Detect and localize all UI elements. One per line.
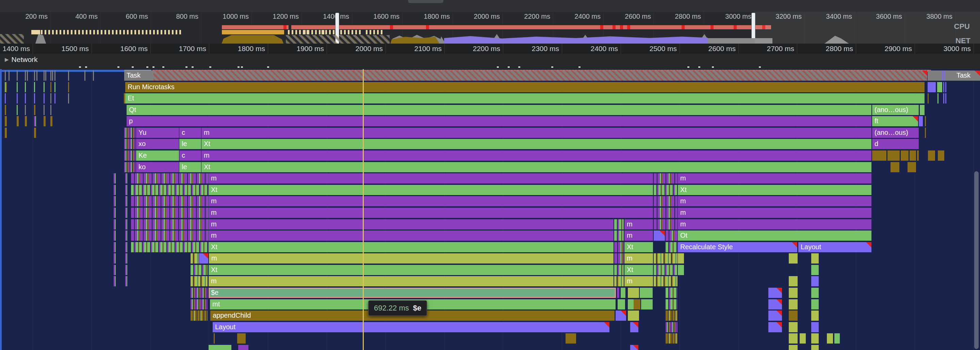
- flame-segment[interactable]: [628, 310, 639, 321]
- flame-event-ke[interactable]: Ke: [136, 150, 179, 161]
- flame-segment[interactable]: [811, 310, 819, 321]
- flame-sliver[interactable]: [50, 116, 52, 126]
- flame-segment[interactable]: [925, 116, 926, 126]
- flame-segment[interactable]: [654, 253, 678, 264]
- flame-event-xt[interactable]: Xt: [202, 162, 872, 172]
- flame-segment[interactable]: [907, 162, 916, 172]
- flame-segment[interactable]: [131, 185, 208, 195]
- flame-sliver[interactable]: [17, 93, 18, 104]
- flame-event-m[interactable]: m: [678, 219, 872, 230]
- flame-segment[interactable]: [614, 242, 624, 252]
- flame-event-m[interactable]: m: [209, 253, 614, 264]
- flame-event-m[interactable]: m: [624, 276, 653, 286]
- flame-segment[interactable]: [768, 299, 782, 310]
- flame-segment[interactable]: [640, 288, 653, 298]
- flame-sliver[interactable]: [84, 70, 86, 81]
- network-request-blue[interactable]: [0, 70, 124, 72]
- flame-sliver[interactable]: [34, 70, 35, 81]
- flame-segment[interactable]: [945, 82, 946, 92]
- flame-event-ano-ous[interactable]: (ano…ous): [872, 128, 919, 138]
- flame-segment[interactable]: [654, 276, 678, 286]
- flame-segment[interactable]: [942, 70, 943, 81]
- flame-event-xt[interactable]: Xt: [202, 139, 872, 149]
- flame-sliver[interactable]: [34, 82, 35, 92]
- flame-sliver[interactable]: [125, 196, 127, 206]
- flame-segment[interactable]: [617, 299, 625, 310]
- flame-segment[interactable]: [191, 310, 208, 321]
- flame-event-le[interactable]: le: [179, 139, 201, 149]
- flame-sliver[interactable]: [125, 276, 127, 286]
- flame-sliver[interactable]: [125, 242, 127, 252]
- flame-sliver[interactable]: [8, 70, 10, 81]
- flame-segment[interactable]: [678, 265, 684, 275]
- flame-sliver[interactable]: [125, 219, 127, 230]
- flame-segment[interactable]: [654, 173, 678, 184]
- flame-sliver[interactable]: [114, 230, 116, 241]
- flame-segment[interactable]: [800, 333, 806, 344]
- flame-sliver[interactable]: [27, 70, 28, 81]
- flame-segment[interactable]: [238, 345, 248, 350]
- flame-sliver[interactable]: [17, 116, 19, 126]
- flame-sliver[interactable]: [5, 93, 6, 104]
- flame-event-xt[interactable]: Xt: [208, 185, 653, 195]
- flame-sliver[interactable]: [54, 93, 56, 104]
- flame-event-yu[interactable]: Yu: [136, 128, 179, 138]
- flame-segment[interactable]: [666, 230, 678, 241]
- flame-event-p[interactable]: p: [127, 116, 872, 126]
- flame-segment[interactable]: [928, 150, 935, 161]
- flame-sliver[interactable]: [93, 70, 94, 81]
- flame-sliver[interactable]: [52, 70, 53, 81]
- flame-sliver[interactable]: [125, 208, 127, 218]
- flame-segment[interactable]: [789, 299, 798, 310]
- flame-event-m[interactable]: m: [208, 230, 614, 241]
- flame-segment[interactable]: [919, 116, 923, 126]
- flame-segment[interactable]: [214, 333, 215, 344]
- flame-sliver[interactable]: [43, 70, 45, 81]
- flame-event-xt[interactable]: Xt: [624, 265, 653, 275]
- flame-segment[interactable]: [614, 230, 624, 241]
- flame-event-c[interactable]: c: [179, 128, 201, 138]
- flame-segment[interactable]: [768, 310, 782, 321]
- flame-segment[interactable]: [630, 322, 638, 332]
- flame-sliver[interactable]: [50, 70, 51, 81]
- flame-event-m[interactable]: m: [678, 196, 872, 206]
- flame-sliver[interactable]: [25, 105, 26, 115]
- flame-segment[interactable]: [654, 265, 678, 275]
- flame-segment[interactable]: [928, 93, 929, 104]
- flame-segment[interactable]: [666, 299, 678, 310]
- flame-segment[interactable]: [925, 128, 926, 138]
- flame-sliver[interactable]: [17, 82, 18, 92]
- flame-segment[interactable]: [666, 322, 678, 332]
- flame-sliver[interactable]: [5, 105, 6, 115]
- flame-sliver[interactable]: [114, 196, 116, 206]
- flame-segment[interactable]: [811, 265, 819, 275]
- flame-sliver[interactable]: [125, 265, 127, 275]
- flame-segment[interactable]: [131, 242, 208, 252]
- flame-event-m[interactable]: m: [624, 219, 653, 230]
- flame-event-m[interactable]: m: [208, 196, 653, 206]
- flame-segment[interactable]: [131, 173, 208, 184]
- flame-sliver[interactable]: [114, 265, 116, 275]
- flame-event-task[interactable]: Task: [928, 70, 980, 81]
- flame-segment[interactable]: [789, 276, 798, 286]
- flame-segment[interactable]: [124, 128, 136, 138]
- flame-event-m[interactable]: m: [678, 173, 872, 184]
- flame-sliver[interactable]: [68, 70, 69, 81]
- flame-segment[interactable]: [153, 70, 927, 81]
- flame-segment[interactable]: [191, 288, 208, 298]
- flame-segment[interactable]: [811, 253, 819, 264]
- flame-event-ft[interactable]: ft: [872, 116, 918, 126]
- flame-segment[interactable]: [666, 310, 678, 321]
- flame-segment[interactable]: [199, 253, 208, 264]
- flame-sliver[interactable]: [114, 208, 116, 218]
- flame-sliver[interactable]: [50, 105, 51, 115]
- flame-segment[interactable]: [666, 288, 678, 298]
- flame-segment[interactable]: [944, 70, 945, 81]
- flame-sliver[interactable]: [125, 230, 127, 241]
- flame-event-xt[interactable]: Xt: [208, 265, 614, 275]
- flame-segment[interactable]: [614, 276, 624, 286]
- flame-segment[interactable]: [208, 345, 231, 350]
- flame-event-xt[interactable]: Xt: [624, 242, 653, 252]
- flame-event-task[interactable]: Task: [124, 70, 153, 81]
- flame-segment[interactable]: [891, 162, 899, 172]
